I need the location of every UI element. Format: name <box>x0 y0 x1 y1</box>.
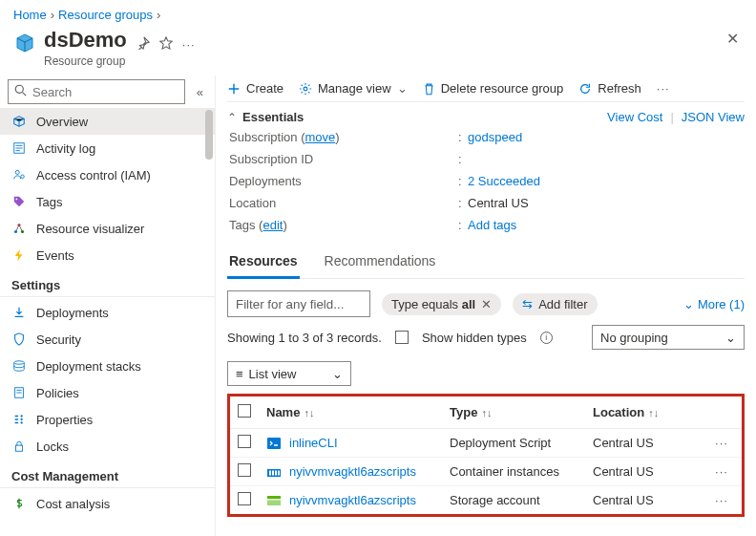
deployments-value-link[interactable]: 2 Succeeded <box>468 174 540 188</box>
sidebar-item-access-control-iam-[interactable]: Access control (IAM) <box>0 161 215 188</box>
filter-chip-type[interactable]: Type equals all ✕ <box>382 293 501 315</box>
chevron-down-icon: ⌄ <box>397 81 408 96</box>
add-filter-button[interactable]: ⇆ Add filter <box>513 293 597 315</box>
svg-point-9 <box>14 361 25 365</box>
sidebar-item-security[interactable]: Security <box>0 326 215 353</box>
resource-type: Deployment Script <box>450 436 593 450</box>
sidebar-item-activity-log[interactable]: Activity log <box>0 135 215 161</box>
refresh-button[interactable]: Refresh <box>578 81 641 96</box>
page-subtitle: Resource group <box>44 54 196 68</box>
sort-asc-icon: ↑↓ <box>304 407 314 418</box>
create-button[interactable]: Create <box>227 81 284 96</box>
row-checkbox[interactable] <box>238 492 251 505</box>
more-filters-link[interactable]: ⌄ More (1) <box>683 297 745 311</box>
resource-name-link[interactable]: nyivvmvagktl6azscripts <box>289 464 416 479</box>
filter-input[interactable] <box>227 290 370 317</box>
tag-icon <box>11 194 27 209</box>
tags-edit-link[interactable]: edit <box>262 218 283 232</box>
sort-icon: ↑↓ <box>648 407 659 418</box>
more-icon[interactable]: ··· <box>182 37 196 52</box>
storage-icon <box>266 493 282 508</box>
scrollbar-thumb[interactable] <box>205 110 213 160</box>
svg-rect-14 <box>16 445 23 451</box>
subscription-move-link[interactable]: move <box>305 130 336 144</box>
svg-point-13 <box>20 421 22 423</box>
page-title: dsDemo <box>44 28 127 53</box>
resource-name-link[interactable]: inlineCLI <box>289 436 338 450</box>
info-icon[interactable]: i <box>540 332 553 344</box>
resource-group-icon <box>13 32 36 54</box>
lock-icon <box>11 439 27 454</box>
deploy-icon <box>11 305 27 320</box>
star-icon[interactable] <box>159 36 173 53</box>
svg-rect-20 <box>275 470 277 475</box>
essentials-deployments-label: Deployments <box>229 174 458 188</box>
svg-rect-18 <box>269 470 271 475</box>
svg-line-1 <box>23 93 27 96</box>
json-view-link[interactable]: JSON View <box>682 110 745 124</box>
sidebar-search-input[interactable] <box>8 79 185 104</box>
svg-point-3 <box>15 170 19 174</box>
sidebar-item-cost-analysis[interactable]: Cost analysis <box>0 490 215 517</box>
essentials-header: Essentials <box>242 110 304 124</box>
collapse-sidebar-button[interactable]: « <box>193 85 207 99</box>
column-header-name[interactable]: Name↑↓ <box>262 405 450 419</box>
list-icon: ≡ <box>236 367 243 381</box>
tab-resources[interactable]: Resources <box>227 246 300 279</box>
column-header-type[interactable]: Type ↑↓ <box>450 405 593 419</box>
subscription-value-link[interactable]: godspeed <box>468 130 522 144</box>
sidebar-item-tags[interactable]: Tags <box>0 188 215 215</box>
svg-point-4 <box>21 175 25 179</box>
sidebar-item-events[interactable]: Events <box>0 242 215 268</box>
sidebar-item-properties[interactable]: Properties <box>0 406 215 433</box>
breadcrumb-home[interactable]: Home <box>13 8 47 22</box>
chevron-down-icon: ⌄ <box>332 367 343 381</box>
clear-filter-icon[interactable]: ✕ <box>481 297 492 311</box>
close-button[interactable]: ✕ <box>723 28 743 50</box>
add-tags-link[interactable]: Add tags <box>468 218 516 232</box>
command-bar: Create Manage view ⌄ Delete resource gro… <box>227 75 745 101</box>
svg-point-5 <box>16 199 18 201</box>
command-overflow-button[interactable]: ··· <box>657 81 670 96</box>
policy-icon <box>11 385 27 400</box>
delete-resource-group-button[interactable]: Delete resource group <box>423 81 564 96</box>
table-row: nyivvmvagktl6azscriptsContainer instance… <box>230 458 742 486</box>
resource-location: Central US <box>593 436 707 450</box>
svg-rect-16 <box>267 438 281 449</box>
sidebar-item-deployments[interactable]: Deployments <box>0 299 215 326</box>
pin-icon[interactable] <box>136 36 150 53</box>
show-hidden-types-checkbox[interactable] <box>395 331 409 344</box>
filter-icon: ⇆ <box>522 297 533 311</box>
svg-point-15 <box>304 87 307 91</box>
sidebar-item-deployment-stacks[interactable]: Deployment stacks <box>0 353 215 379</box>
sidebar-item-policies[interactable]: Policies <box>0 379 215 406</box>
resource-type: Container instances <box>450 464 593 479</box>
row-menu-button[interactable]: ··· <box>715 436 728 450</box>
show-hidden-types-label: Show hidden types <box>422 331 527 345</box>
list-view-select[interactable]: ≡List view ⌄ <box>227 361 351 386</box>
view-cost-link[interactable]: View Cost <box>607 110 662 124</box>
sidebar-item-resource-visualizer[interactable]: Resource visualizer <box>0 215 215 242</box>
essentials-subscription-label: Subscription (move) <box>229 130 458 144</box>
select-all-checkbox[interactable] <box>238 404 251 418</box>
essentials-toggle[interactable]: ⌃ Essentials <box>227 110 304 124</box>
breadcrumb-resource-groups[interactable]: Resource groups <box>58 8 153 22</box>
sidebar-item-locks[interactable]: Locks <box>0 433 215 460</box>
row-checkbox[interactable] <box>238 463 251 477</box>
sidebar: « OverviewActivity logAccess control (IA… <box>0 75 216 536</box>
row-checkbox[interactable] <box>238 435 251 448</box>
column-header-location[interactable]: Location ↑↓ <box>593 405 707 419</box>
svg-rect-24 <box>267 499 281 500</box>
container-icon <box>266 464 282 480</box>
resource-name-link[interactable]: nyivvmvagktl6azscripts <box>289 493 416 507</box>
essentials-location-label: Location <box>229 196 458 210</box>
script-icon <box>266 436 282 451</box>
svg-point-0 <box>15 85 23 93</box>
tab-recommendations[interactable]: Recommendations <box>323 246 438 278</box>
row-menu-button[interactable]: ··· <box>715 493 728 507</box>
row-menu-button[interactable]: ··· <box>715 464 728 479</box>
grouping-select[interactable]: No grouping⌄ <box>592 325 745 350</box>
manage-view-button[interactable]: Manage view ⌄ <box>299 81 408 96</box>
sort-icon: ↑↓ <box>481 407 492 418</box>
sidebar-item-overview[interactable]: Overview <box>0 108 215 135</box>
